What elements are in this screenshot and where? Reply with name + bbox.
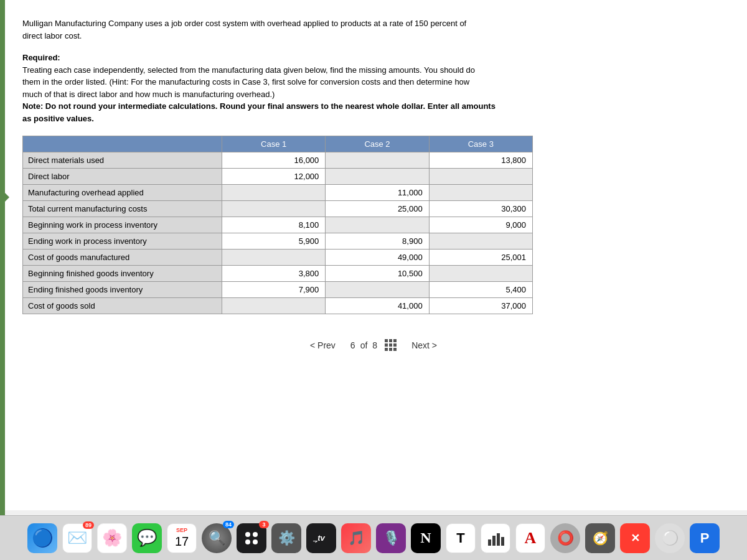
atv-label: tv	[317, 533, 325, 543]
dock-compass[interactable]: 🧭	[585, 523, 615, 553]
dock-n-app[interactable]: N	[411, 523, 441, 553]
cell-case1-6[interactable]	[222, 250, 326, 266]
svg-rect-0	[488, 539, 491, 546]
row-label-6: Cost of goods manufactured	[23, 250, 222, 266]
cell-case1-0[interactable]: 16,000	[222, 152, 326, 169]
table-row: Direct labor12,000	[23, 169, 533, 185]
cell-case1-8[interactable]: 7,900	[222, 282, 326, 298]
cell-case1-4[interactable]: 8,100	[222, 217, 326, 233]
cell-case2-0[interactable]	[326, 152, 429, 169]
cell-case3-3[interactable]: 30,300	[429, 201, 532, 217]
table-row: Beginning work in process inventory8,100…	[23, 217, 533, 233]
header-case2: Case 2	[326, 136, 429, 152]
table-row: Ending work in process inventory5,9008,9…	[23, 233, 533, 250]
dock-podcast[interactable]: 🎙️	[376, 523, 406, 553]
cell-case2-8[interactable]	[326, 282, 429, 298]
dock-circle-app[interactable]: ⭕	[550, 523, 580, 553]
required-section: Required: Treating each case independent…	[22, 52, 725, 124]
svg-rect-2	[497, 533, 500, 546]
table-row: Cost of goods sold41,00037,000	[23, 298, 533, 314]
next-button[interactable]: Next >	[411, 340, 437, 350]
left-bar	[0, 0, 5, 515]
note-text2: as positive values.	[22, 114, 94, 123]
navigation-bar: < Prev 6 of 8 Next >	[22, 329, 725, 358]
dots-badge: 3	[259, 521, 269, 528]
table-row: Direct materials used16,00013,800	[23, 152, 533, 169]
cell-case2-2[interactable]: 11,000	[326, 185, 429, 201]
dock-t-app[interactable]: T	[446, 523, 476, 553]
cell-case3-0[interactable]: 13,800	[429, 152, 532, 169]
table-header-row: Case 1 Case 2 Case 3	[23, 136, 533, 152]
svg-rect-1	[492, 536, 496, 546]
cell-case3-6[interactable]: 25,001	[429, 250, 532, 266]
dock-mail[interactable]: ✉️ 89	[62, 523, 92, 553]
cell-case3-2[interactable]	[429, 185, 532, 201]
cell-case3-4[interactable]: 9,000	[429, 217, 532, 233]
cell-case1-5[interactable]: 5,900	[222, 233, 326, 250]
table-row: Manufacturing overhead applied11,000	[23, 185, 533, 201]
cell-case3-5[interactable]	[429, 233, 532, 250]
cell-case2-5[interactable]: 8,900	[326, 233, 429, 250]
prev-button[interactable]: < Prev	[310, 340, 336, 350]
mail-badge: 89	[83, 521, 94, 529]
header-case1: Case 1	[222, 136, 326, 152]
dock-finder[interactable]: 🔵	[27, 523, 57, 553]
of-label: of	[360, 340, 368, 350]
dock-o-app[interactable]: ⚪	[655, 523, 685, 553]
row-label-4: Beginning work in process inventory	[23, 217, 222, 233]
dock-a-app[interactable]: A	[515, 523, 545, 553]
cell-case1-7[interactable]: 3,800	[222, 266, 326, 282]
cell-case2-4[interactable]	[326, 217, 429, 233]
header-case3: Case 3	[429, 136, 532, 152]
cost-table: Case 1 Case 2 Case 3 Direct materials us…	[22, 136, 533, 314]
dock-dots[interactable]: 3	[237, 523, 266, 553]
table-row: Total current manufacturing costs25,0003…	[23, 201, 533, 217]
dock-photos[interactable]: 🌸	[97, 523, 127, 553]
cell-case2-9[interactable]: 41,000	[326, 298, 429, 314]
dock: 🔵 ✉️ 89 🌸 💬 SEP 17 🔍 84 3 ⚙️ ⃭tv 🎵 🎙️	[0, 515, 747, 560]
calendar-month: SEP	[176, 527, 187, 534]
cell-case2-3[interactable]: 25,000	[326, 201, 429, 217]
row-label-8: Ending finished goods inventory	[23, 282, 222, 298]
total-pages: 8	[372, 340, 377, 350]
cell-case3-1[interactable]	[429, 169, 532, 185]
cell-case2-6[interactable]: 49,000	[326, 250, 429, 266]
cell-case3-7[interactable]	[429, 266, 532, 282]
cell-case3-8[interactable]: 5,400	[429, 282, 532, 298]
required-label: Required:	[22, 53, 60, 62]
intro-line1: Mulligan Manufacturing Company uses a jo…	[22, 17, 725, 42]
header-label-col	[23, 136, 222, 152]
triangle-left	[5, 193, 9, 202]
row-label-1: Direct labor	[23, 169, 222, 185]
spotlight-badge: 84	[223, 521, 234, 528]
dock-music[interactable]: 🎵	[341, 523, 371, 553]
main-content: Mulligan Manufacturing Company uses a jo…	[0, 0, 747, 510]
table-row: Beginning finished goods inventory3,8001…	[23, 266, 533, 282]
calendar-day: 17	[175, 534, 189, 549]
row-label-0: Direct materials used	[23, 152, 222, 169]
cell-case1-2[interactable]	[222, 185, 326, 201]
dock-launchpad[interactable]: ⚙️	[271, 523, 301, 553]
current-page: 6	[350, 340, 355, 350]
cell-case3-9[interactable]: 37,000	[429, 298, 532, 314]
row-label-7: Beginning finished goods inventory	[23, 266, 222, 282]
dock-spotlight[interactable]: 🔍 84	[202, 523, 232, 553]
note-text: Note: Do not round your intermediate cal…	[22, 101, 496, 111]
dock-x-app[interactable]: ✕	[620, 523, 650, 553]
dock-analytics[interactable]	[481, 523, 510, 553]
cell-case1-3[interactable]	[222, 201, 326, 217]
dock-messages[interactable]: 💬	[132, 523, 162, 553]
table-container: Case 1 Case 2 Case 3 Direct materials us…	[22, 136, 725, 314]
dock-calendar[interactable]: SEP 17	[167, 523, 197, 553]
table-row: Ending finished goods inventory7,9005,40…	[23, 282, 533, 298]
row-label-3: Total current manufacturing costs	[23, 201, 222, 217]
cell-case2-1[interactable]	[326, 169, 429, 185]
cell-case2-7[interactable]: 10,500	[326, 266, 429, 282]
table-row: Cost of goods manufactured49,00025,001	[23, 250, 533, 266]
dock-appletv[interactable]: ⃭tv	[306, 523, 336, 553]
row-label-5: Ending work in process inventory	[23, 233, 222, 250]
cell-case1-9[interactable]	[222, 298, 326, 314]
dock-p-app[interactable]: P	[690, 523, 720, 553]
page-indicator: 6 of 8	[350, 339, 397, 351]
cell-case1-1[interactable]: 12,000	[222, 169, 326, 185]
